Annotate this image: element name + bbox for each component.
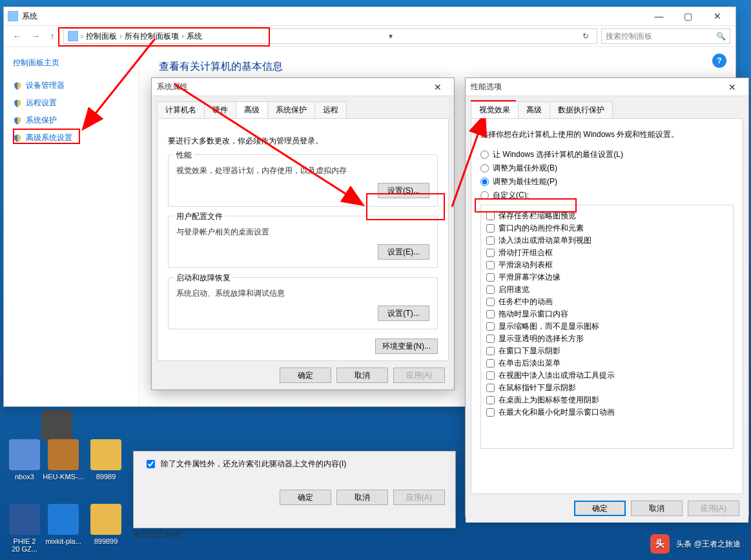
sysprops-note: 要进行大多数更改，你必须作为管理员登录。 (168, 136, 438, 147)
perf-check-10[interactable]: 显示亚透明的选择长方形 (486, 333, 728, 344)
startup-settings-button[interactable]: 设置(T)... (378, 306, 429, 321)
perf-tab-1[interactable]: 高级 (518, 101, 550, 118)
perf-check-4[interactable]: 平滑滚动列表框 (486, 260, 728, 271)
perf-close-button[interactable]: ✕ (721, 81, 743, 94)
perf-check-label-11: 在窗口下显示阴影 (499, 346, 561, 357)
perf-radio-input-3[interactable] (480, 191, 489, 200)
perf-check-input-7[interactable] (486, 298, 495, 306)
perf-radio-input-1[interactable] (480, 164, 489, 172)
perf-check-input-14[interactable] (486, 384, 495, 392)
perf-radio-2[interactable]: 调整为最佳性能(P) (480, 176, 734, 187)
perf-check-5[interactable]: 平滑屏幕字体边缘 (486, 272, 728, 283)
minimize-button[interactable]: — (644, 7, 674, 25)
help-icon[interactable]: ? (712, 54, 726, 68)
sidebar-link-0[interactable]: 设备管理器 (26, 80, 65, 91)
perf-tab-2[interactable]: 数据执行保护 (550, 101, 613, 118)
sidebar-home[interactable]: 控制面板主页 (13, 57, 130, 68)
sysprops-apply-button[interactable]: 应用(A) (393, 368, 445, 383)
perf-radio-1[interactable]: 调整为最佳外观(B) (480, 163, 734, 174)
under-ok-button[interactable]: 确定 (280, 490, 331, 505)
perf-apply-button[interactable]: 应用(A) (688, 501, 739, 516)
sysprops-tab-2[interactable]: 高级 (236, 101, 268, 118)
perf-check-input-3[interactable] (486, 249, 495, 257)
sysprops-tab-4[interactable]: 远程 (314, 101, 347, 118)
perf-check-15[interactable]: 在桌面上为图标标签使用阴影 (486, 395, 728, 406)
perf-check-input-6[interactable] (486, 285, 495, 294)
sysprops-tab-0[interactable]: 计算机名 (157, 101, 205, 118)
maximize-button[interactable]: ▢ (674, 7, 703, 25)
perf-check-16[interactable]: 在最大化和最小化时显示窗口动画 (486, 407, 728, 418)
sysprops-close-button[interactable]: ✕ (427, 81, 449, 94)
sidebar-link-1[interactable]: 远程设置 (26, 98, 57, 109)
perf-check-3[interactable]: 滑动打开组合框 (486, 247, 728, 258)
sysprops-ok-button[interactable]: 确定 (280, 368, 331, 383)
perf-check-input-5[interactable] (486, 273, 495, 282)
back-button[interactable]: ← (9, 29, 23, 43)
perf-check-input-11[interactable] (486, 347, 495, 355)
sidebar-item-1[interactable]: 远程设置 (13, 98, 130, 109)
perf-check-0[interactable]: 保存任务栏缩略图预览 (486, 211, 728, 222)
breadcrumb-dropdown-icon[interactable]: ▾ (384, 32, 398, 41)
perf-check-1[interactable]: 窗口内的动画控件和元素 (486, 223, 728, 234)
sysprops-cancel-button[interactable]: 取消 (336, 368, 388, 383)
sysprops-tab-3[interactable]: 系统保护 (267, 101, 315, 118)
perf-radio-0[interactable]: 让 Windows 选择计算机的最佳设置(L) (480, 149, 734, 160)
forward-button[interactable]: → (27, 29, 41, 43)
perf-check-14[interactable]: 在鼠标指针下显示阴影 (486, 382, 728, 393)
index-contents-checkbox[interactable] (147, 460, 155, 468)
perf-check-8[interactable]: 拖动时显示窗口内容 (486, 309, 728, 320)
sidebar-link-2[interactable]: 系统保护 (26, 115, 57, 126)
up-button[interactable]: ↑ (45, 29, 59, 43)
perf-check-12[interactable]: 在单击后淡出菜单 (486, 358, 728, 369)
perf-check-input-13[interactable] (486, 371, 495, 380)
titlebar[interactable]: 系统 — ▢ ✕ (4, 7, 736, 25)
perf-radio-input-0[interactable] (480, 150, 489, 159)
under-apply-button[interactable]: 应用(A) (393, 490, 445, 505)
breadcrumb[interactable]: › 控制面板 › 所有控制面板项 › 系统 ▾ ↻ (63, 28, 597, 44)
group-profile: 用户配置文件 与登录帐户相关的桌面设置 设置(E)... (168, 216, 438, 268)
sidebar-item-0[interactable]: 设备管理器 (13, 80, 130, 91)
perf-check-input-16[interactable] (486, 408, 495, 417)
desktop-icon-6[interactable]: 899899 (81, 504, 130, 545)
under-cancel-button[interactable]: 取消 (336, 490, 388, 505)
sidebar-item-3[interactable]: 高级系统设置 (13, 132, 130, 143)
sysprops-tab-1[interactable]: 硬件 (204, 101, 236, 118)
crumb-2[interactable]: 系统 (187, 31, 202, 42)
perf-check-7[interactable]: 任务栏中的动画 (486, 296, 728, 307)
perf-radio-3[interactable]: 自定义(C): (480, 190, 734, 201)
close-button[interactable]: ✕ (703, 7, 732, 25)
perf-check-2[interactable]: 淡入淡出或滑动菜单到视图 (486, 235, 728, 246)
perf-ok-button[interactable]: 确定 (574, 501, 626, 516)
env-vars-button[interactable]: 环境变量(N)... (375, 338, 438, 354)
system-properties-dialog: 系统属性 ✕ 计算机名硬件高级系统保护远程 要进行大多数更改，你必须作为管理员登… (151, 78, 455, 390)
perf-check-input-2[interactable] (486, 236, 495, 245)
perf-check-9[interactable]: 显示缩略图，而不是显示图标 (486, 321, 728, 332)
desktop-icon-2[interactable]: HEU-KMS-... (39, 439, 88, 481)
crumb-1[interactable]: 所有控制面板项 (125, 31, 179, 42)
perf-check-input-10[interactable] (486, 335, 495, 343)
perf-radio-input-2[interactable] (480, 178, 489, 186)
shield-icon (13, 98, 22, 109)
perf-check-input-0[interactable] (486, 212, 495, 220)
perf-check-13[interactable]: 在视图中淡入淡出或滑动工具提示 (486, 370, 728, 381)
desktop-icon-5[interactable]: mixkit-pla... (39, 504, 88, 545)
desktop-icon-3[interactable]: 89989 (81, 439, 130, 481)
perf-settings-button[interactable]: 设置(S)... (378, 183, 429, 198)
perf-check-input-12[interactable] (486, 359, 495, 368)
perf-check-input-8[interactable] (486, 310, 495, 318)
perf-check-input-9[interactable] (486, 322, 495, 331)
perf-check-input-4[interactable] (486, 261, 495, 269)
sidebar-link-3[interactable]: 高级系统设置 (26, 132, 72, 143)
perf-check-6[interactable]: 启用速览 (486, 284, 728, 295)
perf-checklist[interactable]: 保存任务栏缩略图预览窗口内的动画控件和元素淡入淡出或滑动菜单到视图滑动打开组合框… (480, 205, 734, 449)
breadcrumb-refresh-icon[interactable]: ↻ (579, 32, 593, 41)
crumb-0[interactable]: 控制面板 (86, 31, 117, 42)
perf-tab-0[interactable]: 视觉效果 (471, 101, 519, 118)
perf-check-input-15[interactable] (486, 396, 495, 404)
sidebar-item-2[interactable]: 系统保护 (13, 115, 130, 126)
perf-check-input-1[interactable] (486, 224, 495, 233)
perf-check-11[interactable]: 在窗口下显示阴影 (486, 346, 728, 357)
profile-settings-button[interactable]: 设置(E)... (378, 244, 429, 260)
search-input[interactable]: 搜索控制面板 🔍 (601, 28, 730, 44)
perf-cancel-button[interactable]: 取消 (631, 501, 683, 516)
